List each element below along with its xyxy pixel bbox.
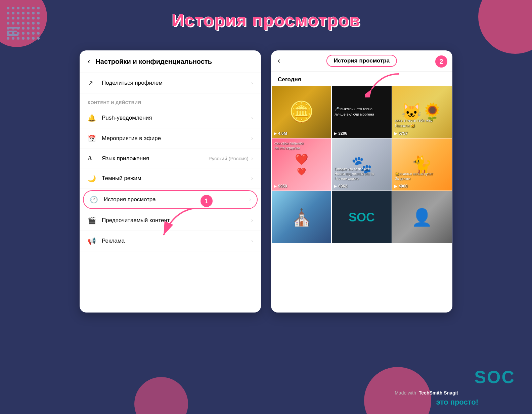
view-count-coin: 4.6M [278, 131, 287, 136]
events-label: Мероприятия в эфире [102, 135, 251, 142]
play-icon-dark: ▶ [334, 131, 337, 136]
view-count-cat2: 4960 [399, 184, 408, 189]
video-thumb-church[interactable]: ⛪ [272, 191, 331, 243]
video-caption-dark: 🎤:выключи это говно,лучше включи моргена [335, 107, 374, 117]
video-thumb-fluffy[interactable]: 🐾 Говорят что то что мыНосим под чехлом … [332, 138, 391, 191]
made-with-label: Made with TechSmith Snagit [395, 390, 458, 396]
chevron-ads: › [251, 238, 253, 244]
back-button-right[interactable]: ‹ [278, 56, 280, 65]
play-icon-cat: ▶ [394, 131, 397, 136]
view-count-dark: 3206 [338, 131, 347, 136]
soc-video-text: SOC [349, 210, 375, 224]
chevron-language: › [251, 156, 253, 162]
video-thumb-person[interactable]: 👤 [392, 191, 452, 243]
arrow-2 [365, 71, 405, 97]
arrow-1 [147, 205, 204, 245]
play-icon-cat2: ▶ [394, 184, 397, 189]
settings-item-share[interactable]: ↗ Поделиться профилем › [80, 73, 261, 93]
play-icon-hearts: ▶ [274, 184, 277, 189]
chevron-dark: › [251, 175, 253, 181]
page-title: История просмотров [172, 10, 360, 30]
section-today: Сегодня [271, 72, 452, 86]
view-count-fluffy: 6962 [338, 184, 347, 189]
bg-decor-circle-bottom-left [134, 377, 188, 414]
video-caption-cat: кинь в честь тебя марНазвали 🐱 [395, 118, 433, 128]
play-icon-fluffy: ▶ [334, 184, 337, 189]
settings-header: ‹ Настройки и конфиденциальность [80, 50, 261, 73]
history-header: ‹ История просмотра ⚙ [271, 50, 452, 72]
settings-item-events[interactable]: 📅 Мероприятия в эфире › [80, 128, 261, 149]
tagline: это просто! [436, 398, 478, 407]
history-icon: 🕐 [90, 196, 99, 204]
chevron-content: › [251, 217, 253, 223]
settings-item-push[interactable]: 🔔 Push-уведомления › [80, 108, 261, 128]
push-label: Push-уведомления [102, 115, 251, 121]
language-label: Язык приложения [102, 155, 209, 162]
hamburger-decoration [7, 27, 20, 36]
video-thumb-hearts[interactable]: ❤️ ❤️ ожи свои пальчикиNa это сердечки ▶… [272, 138, 331, 191]
chevron-share: › [251, 80, 253, 86]
video-icon: 🎬 [88, 216, 97, 224]
video-thumb-coin[interactable]: 🪙 ▶ 4.6M [272, 86, 331, 138]
language-icon: A [88, 155, 97, 162]
video-caption-cat2: 🐱:счастье нельзя купитЗа деньги [395, 172, 433, 181]
soc-watermark: SOC [474, 367, 515, 387]
phones-container: 1 ‹ Настройки и конфиденциальность ↗ Под… [80, 50, 452, 313]
history-label: История просмотра [104, 196, 249, 203]
history-title-pill: История просмотра [326, 55, 397, 67]
bell-icon: 🔔 [88, 114, 97, 122]
view-count-cat: 6757 [399, 131, 408, 136]
play-icon: ▶ [274, 131, 277, 136]
chevron-push: › [251, 115, 253, 121]
back-button[interactable]: ‹ [88, 57, 90, 66]
settings-title: Настройки и конфиденциальность [95, 58, 212, 66]
bg-decor-circle-top-right [478, 0, 532, 54]
moon-icon: 🌙 [88, 174, 97, 182]
settings-item-language[interactable]: A Язык приложения Русский (Россия) › [80, 149, 261, 168]
settings-item-dark[interactable]: 🌙 Темный режим › [80, 168, 261, 189]
video-grid: 🪙 ▶ 4.6M 🎤:выключи это говно,лучше включ… [271, 86, 452, 243]
language-value: Русский (Россия) [209, 156, 249, 161]
phone-history: 2 ‹ История просмотра ⚙ Сегодня 🪙 ▶ [271, 50, 452, 313]
video-caption-hearts: ожи свои пальчикиNa это сердечки [274, 141, 304, 151]
phone-settings: 1 ‹ Настройки и конфиденциальность ↗ Под… [80, 50, 261, 313]
section-label-content: КОНТЕНТ И ДЕЙСТВИЯ [80, 93, 261, 108]
share-icon: ↗ [88, 79, 97, 87]
video-thumb-soc[interactable]: SOC [332, 191, 391, 243]
chevron-history: › [249, 197, 251, 203]
share-label: Поделиться профилем [102, 80, 251, 86]
view-count-hearts: 9950 [278, 184, 287, 189]
tool-name: TechSmith Snagit [419, 390, 458, 396]
chevron-events: › [251, 135, 253, 141]
calendar-icon: 📅 [88, 134, 97, 142]
ads-icon: 📢 [88, 237, 97, 245]
step-badge-2: 2 [435, 55, 447, 68]
video-thumb-cat2[interactable]: 🐈 🐱:счастье нельзя купитЗа деньги ▶ 4960 [392, 138, 452, 191]
video-caption-fluffy: Говорят что то что мыНосим под чехлом эт… [335, 167, 374, 181]
dark-label: Темный режим [102, 175, 251, 182]
